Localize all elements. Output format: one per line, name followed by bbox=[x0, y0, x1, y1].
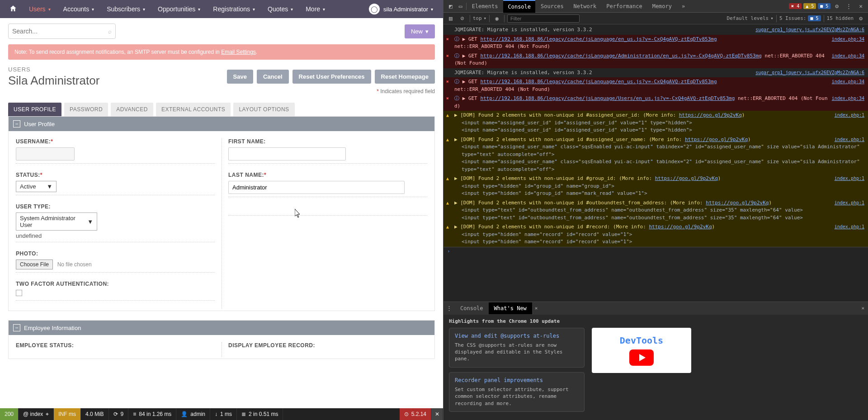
source-link[interactable]: index.php:1 bbox=[835, 199, 864, 206]
video-thumbnail[interactable]: DevTools bbox=[592, 328, 691, 373]
sidebar-toggle-icon[interactable]: ▤ bbox=[446, 13, 455, 24]
avatar-icon: ◯ bbox=[369, 4, 380, 14]
tab-advanced[interactable]: ADVANCED bbox=[111, 103, 153, 116]
search-input[interactable]: ⌕ bbox=[8, 24, 116, 39]
tab-sources[interactable]: Sources bbox=[536, 0, 568, 12]
collapse-icon[interactable]: − bbox=[13, 324, 20, 331]
source-link[interactable]: sugar_grp1_jquery.js…ufx26EVZgMs2ZnNGA:6 bbox=[755, 69, 864, 76]
user-menu[interactable]: ◯ sila Administrator ▾ bbox=[369, 4, 439, 14]
refresh-icon: ⟳ bbox=[113, 411, 118, 417]
source-link[interactable]: index.php:34 bbox=[832, 52, 864, 59]
download-icon: ↓ bbox=[215, 411, 217, 417]
nav-more[interactable]: More▾ bbox=[299, 0, 331, 18]
source-link[interactable]: index.php:34 bbox=[832, 36, 864, 42]
cache-seg[interactable]: ≣2 in 0.51 ms bbox=[237, 408, 283, 420]
warn-badge[interactable]: ▲ 5 bbox=[803, 3, 816, 9]
nav-opportunities[interactable]: Opportunities▾ bbox=[151, 0, 207, 18]
reset-home-button[interactable]: Reset Homepage bbox=[375, 70, 435, 84]
collapse-icon[interactable]: − bbox=[13, 120, 20, 127]
kebab-icon[interactable]: ⋮ bbox=[843, 1, 854, 11]
hidden-count[interactable]: 15 hidden bbox=[827, 15, 854, 21]
tab-performance[interactable]: Performance bbox=[602, 0, 646, 12]
tab-layout-options[interactable]: LAYOUT OPTIONS bbox=[233, 103, 294, 116]
source-link[interactable]: index.php:34 bbox=[832, 95, 864, 102]
console-filter[interactable] bbox=[507, 14, 580, 23]
whatsnew-card[interactable]: View and edit @supports at-rules The CSS… bbox=[449, 328, 585, 368]
home-icon[interactable] bbox=[4, 1, 23, 18]
ajax-seg[interactable]: ⟳9 bbox=[109, 408, 129, 420]
search-icon[interactable]: ⌕ bbox=[108, 28, 112, 35]
mem-seg[interactable]: 4.0 MiB bbox=[81, 408, 109, 420]
save-button[interactable]: Save bbox=[227, 70, 253, 84]
username-input[interactable] bbox=[16, 147, 75, 160]
tab-elements[interactable]: Elements bbox=[467, 0, 503, 12]
tab-memory[interactable]: Memory bbox=[648, 0, 676, 12]
kebab-icon[interactable]: ⋮ bbox=[443, 303, 455, 313]
close-devtools-icon[interactable]: ✕ bbox=[856, 1, 865, 11]
nav-registrations[interactable]: Registrations▾ bbox=[207, 0, 261, 18]
choose-file-button[interactable]: Choose File bbox=[16, 260, 53, 269]
firstname-input[interactable] bbox=[228, 147, 346, 160]
close-debugbar[interactable]: ✕ bbox=[431, 408, 443, 420]
log-row: ▲index.php:1▶ [DOM] Found 2 elements wit… bbox=[443, 174, 868, 198]
context-selector[interactable]: top ▾ bbox=[473, 15, 487, 21]
gear-icon[interactable]: ⚙ bbox=[856, 13, 865, 24]
log-levels[interactable]: Default levels ▾ bbox=[727, 15, 774, 21]
time-seg[interactable]: ↓1 ms bbox=[210, 408, 237, 420]
inspect-icon[interactable]: ◩ bbox=[446, 1, 455, 11]
close-tab-icon[interactable]: ✕ bbox=[533, 305, 540, 311]
drawer-tab-whatsnew[interactable]: What's New bbox=[489, 302, 532, 314]
tab-network[interactable]: Network bbox=[569, 0, 601, 12]
nav-quotes[interactable]: Quotes▾ bbox=[261, 0, 299, 18]
tab-password[interactable]: PASSWORD bbox=[64, 103, 108, 116]
sf-seg[interactable]: ⊙5.2.14 bbox=[400, 408, 431, 420]
source-link[interactable]: index.php:1 bbox=[835, 175, 864, 182]
nav-subscribers[interactable]: Subscribers▾ bbox=[100, 0, 151, 18]
nav-accounts[interactable]: Accounts▾ bbox=[57, 0, 101, 18]
panel-header[interactable]: − User Profile bbox=[9, 117, 434, 131]
email-settings-link[interactable]: Email Settings bbox=[221, 49, 256, 55]
error-badge[interactable]: ✖ 4 bbox=[789, 3, 802, 9]
gear-icon[interactable]: ⚙ bbox=[832, 1, 841, 11]
whatsnew-card[interactable]: Recorder panel improvements Set custom s… bbox=[449, 372, 585, 412]
status-code[interactable]: 200 bbox=[0, 408, 19, 420]
tab-user-profile[interactable]: USER PROFILE bbox=[8, 103, 61, 116]
cancel-button[interactable]: Cancel bbox=[257, 70, 289, 84]
tab-external-accounts[interactable]: EXTERNAL ACCOUNTS bbox=[156, 103, 231, 116]
firstname-label: FIRST NAME: bbox=[228, 138, 427, 145]
chevron-down-icon: ▾ bbox=[253, 7, 255, 12]
device-toggle-icon[interactable]: ▭ bbox=[456, 1, 465, 11]
new-button[interactable]: New▾ bbox=[405, 24, 435, 38]
user-name: sila Administrator bbox=[383, 6, 428, 13]
source-link[interactable]: sugar_grp1_jquery.js…ufx26EVZgMs2ZnNGA:6 bbox=[755, 26, 864, 33]
inf-seg[interactable]: INF ms bbox=[54, 408, 81, 420]
tab-more[interactable]: » bbox=[677, 0, 689, 12]
drawer-headline: Highlights from the Chrome 100 update bbox=[443, 315, 868, 324]
issues-link[interactable]: 5 Issues: ■ 5 bbox=[779, 15, 821, 21]
nav-users[interactable]: Users▾ bbox=[23, 0, 57, 18]
console-prompt[interactable]: › bbox=[443, 247, 868, 255]
user-seg[interactable]: 👤admin bbox=[176, 408, 210, 420]
lastname-input[interactable] bbox=[228, 181, 405, 194]
close-drawer-icon[interactable]: ✕ bbox=[858, 305, 868, 311]
twofa-checkbox[interactable] bbox=[16, 290, 22, 296]
source-link[interactable]: index.php:34 bbox=[832, 78, 864, 85]
status-select[interactable]: Active▼ bbox=[16, 181, 57, 192]
tab-console[interactable]: Console bbox=[503, 0, 535, 13]
source-link[interactable]: index.php:1 bbox=[835, 112, 864, 118]
reset-prefs-button[interactable]: Reset User Preferences bbox=[292, 70, 371, 84]
panel-header[interactable]: − Employee Information bbox=[9, 321, 434, 335]
symfony-debugbar: 200 @ index⌖ INF ms 4.0 MiB ⟳9 ≡84 in 1.… bbox=[0, 408, 443, 420]
db-seg[interactable]: ≡84 in 1.26 ms bbox=[128, 408, 176, 420]
search-field[interactable] bbox=[12, 28, 108, 35]
source-link[interactable]: index.php:1 bbox=[835, 136, 864, 143]
log-row: sugar_grp1_jquery.js…ufx26EVZgMs2ZnNGA:6… bbox=[443, 25, 868, 35]
route-seg[interactable]: @ index⌖ bbox=[19, 408, 54, 420]
clear-console-icon[interactable]: ⊘ bbox=[458, 13, 467, 24]
source-link[interactable]: index.php:1 bbox=[835, 223, 864, 230]
msg-badge[interactable]: ■ 5 bbox=[818, 3, 830, 9]
drawer-tab-console[interactable]: Console bbox=[455, 302, 489, 314]
live-expression-icon[interactable]: ◉ bbox=[492, 13, 501, 24]
usertype-select[interactable]: System Administrator User▼ bbox=[16, 212, 97, 231]
devtools-logo: DevTools bbox=[620, 335, 663, 346]
